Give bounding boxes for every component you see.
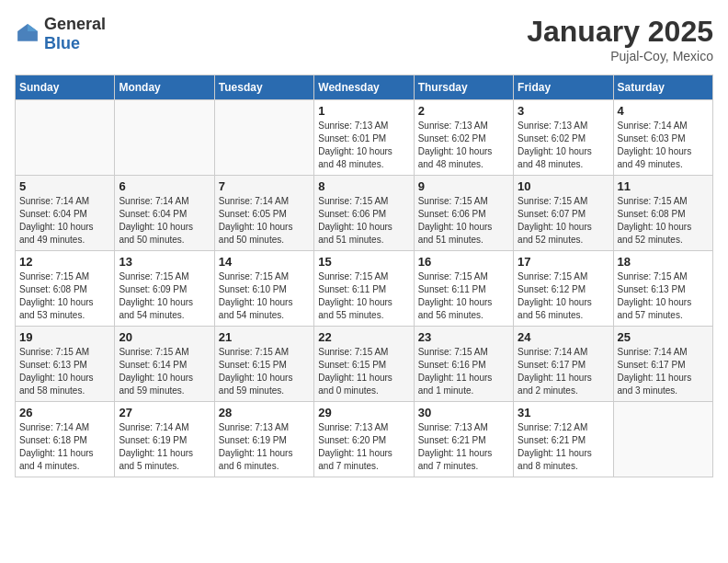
day-info: Sunrise: 7:14 AM Sunset: 6:04 PM Dayligh… [119,195,210,247]
calendar-cell: 3Sunrise: 7:13 AM Sunset: 6:02 PM Daylig… [514,100,613,176]
day-number: 26 [19,406,110,419]
logo: General Blue [15,15,106,53]
page-header: General Blue January 2025 Pujal-Coy, Mex… [15,15,713,63]
logo-blue: Blue [44,34,80,52]
day-number: 13 [119,255,210,269]
day-info: Sunrise: 7:15 AM Sunset: 6:16 PM Dayligh… [418,346,509,397]
weekday-header: Monday [115,75,214,100]
day-info: Sunrise: 7:14 AM Sunset: 6:05 PM Dayligh… [219,195,310,247]
day-number: 18 [618,255,709,269]
day-number: 1 [318,104,409,118]
day-number: 2 [418,104,509,118]
day-info: Sunrise: 7:12 AM Sunset: 6:21 PM Dayligh… [518,421,609,473]
calendar-cell [613,402,712,477]
day-info: Sunrise: 7:15 AM Sunset: 6:13 PM Dayligh… [618,270,709,322]
calendar-cell [214,100,313,176]
day-info: Sunrise: 7:14 AM Sunset: 6:03 PM Dayligh… [618,120,709,171]
day-number: 8 [318,179,409,193]
calendar-cell: 14Sunrise: 7:15 AM Sunset: 6:10 PM Dayli… [214,251,313,327]
calendar-cell: 28Sunrise: 7:13 AM Sunset: 6:19 PM Dayli… [214,402,313,477]
weekday-header: Sunday [16,75,115,100]
calendar-cell: 12Sunrise: 7:15 AM Sunset: 6:08 PM Dayli… [16,251,115,327]
calendar-week-row: 26Sunrise: 7:14 AM Sunset: 6:18 PM Dayli… [16,402,713,477]
day-info: Sunrise: 7:15 AM Sunset: 6:09 PM Dayligh… [119,270,210,322]
calendar-cell: 6Sunrise: 7:14 AM Sunset: 6:04 PM Daylig… [115,176,214,251]
title-block: January 2025 Pujal-Coy, Mexico [527,15,713,63]
calendar-cell: 8Sunrise: 7:15 AM Sunset: 6:06 PM Daylig… [314,176,414,251]
logo-text: General Blue [44,15,106,53]
day-number: 14 [219,255,310,269]
day-info: Sunrise: 7:15 AM Sunset: 6:15 PM Dayligh… [318,346,409,397]
day-number: 24 [518,330,609,344]
calendar-subtitle: Pujal-Coy, Mexico [527,49,713,63]
day-info: Sunrise: 7:13 AM Sunset: 6:20 PM Dayligh… [318,421,409,473]
weekday-header: Wednesday [314,75,414,100]
day-info: Sunrise: 7:14 AM Sunset: 6:19 PM Dayligh… [119,421,210,473]
calendar-cell: 22Sunrise: 7:15 AM Sunset: 6:15 PM Dayli… [314,327,414,402]
calendar-cell: 23Sunrise: 7:15 AM Sunset: 6:16 PM Dayli… [414,327,513,402]
calendar-cell: 31Sunrise: 7:12 AM Sunset: 6:21 PM Dayli… [514,402,613,477]
day-number: 10 [518,179,609,193]
weekday-header-row: SundayMondayTuesdayWednesdayThursdayFrid… [16,75,713,100]
weekday-header: Friday [514,75,613,100]
calendar-cell [16,100,115,176]
calendar-cell: 19Sunrise: 7:15 AM Sunset: 6:13 PM Dayli… [16,327,115,402]
calendar-cell: 15Sunrise: 7:15 AM Sunset: 6:11 PM Dayli… [314,251,414,327]
day-number: 9 [418,179,509,193]
day-number: 11 [618,179,709,193]
weekday-header: Tuesday [214,75,313,100]
day-number: 29 [318,406,409,419]
calendar-cell: 13Sunrise: 7:15 AM Sunset: 6:09 PM Dayli… [115,251,214,327]
calendar-week-row: 5Sunrise: 7:14 AM Sunset: 6:04 PM Daylig… [16,176,713,251]
day-info: Sunrise: 7:13 AM Sunset: 6:02 PM Dayligh… [518,120,609,171]
calendar-week-row: 1Sunrise: 7:13 AM Sunset: 6:01 PM Daylig… [16,100,713,176]
day-info: Sunrise: 7:15 AM Sunset: 6:06 PM Dayligh… [318,195,409,247]
logo-icon [15,21,40,47]
calendar-title: January 2025 [527,15,713,49]
calendar-cell: 20Sunrise: 7:15 AM Sunset: 6:14 PM Dayli… [115,327,214,402]
day-info: Sunrise: 7:14 AM Sunset: 6:17 PM Dayligh… [518,346,609,397]
day-number: 30 [418,406,509,419]
calendar-cell: 10Sunrise: 7:15 AM Sunset: 6:07 PM Dayli… [514,176,613,251]
day-info: Sunrise: 7:15 AM Sunset: 6:14 PM Dayligh… [119,346,210,397]
calendar-week-row: 19Sunrise: 7:15 AM Sunset: 6:13 PM Dayli… [16,327,713,402]
day-info: Sunrise: 7:15 AM Sunset: 6:07 PM Dayligh… [518,195,609,247]
weekday-header: Saturday [613,75,712,100]
day-number: 5 [19,179,110,193]
day-info: Sunrise: 7:14 AM Sunset: 6:17 PM Dayligh… [618,346,709,397]
day-number: 27 [119,406,210,419]
calendar-cell: 9Sunrise: 7:15 AM Sunset: 6:06 PM Daylig… [414,176,513,251]
calendar-cell: 30Sunrise: 7:13 AM Sunset: 6:21 PM Dayli… [414,402,513,477]
day-info: Sunrise: 7:15 AM Sunset: 6:11 PM Dayligh… [418,270,509,322]
calendar-cell: 27Sunrise: 7:14 AM Sunset: 6:19 PM Dayli… [115,402,214,477]
day-number: 22 [318,330,409,344]
day-number: 25 [618,330,709,344]
day-number: 15 [318,255,409,269]
calendar-cell: 18Sunrise: 7:15 AM Sunset: 6:13 PM Dayli… [613,251,712,327]
day-number: 12 [19,255,110,269]
calendar-cell: 4Sunrise: 7:14 AM Sunset: 6:03 PM Daylig… [613,100,712,176]
weekday-header: Thursday [414,75,513,100]
day-info: Sunrise: 7:15 AM Sunset: 6:10 PM Dayligh… [219,270,310,322]
day-info: Sunrise: 7:15 AM Sunset: 6:08 PM Dayligh… [19,270,110,322]
calendar-cell: 1Sunrise: 7:13 AM Sunset: 6:01 PM Daylig… [314,100,414,176]
day-number: 21 [219,330,310,344]
day-info: Sunrise: 7:15 AM Sunset: 6:12 PM Dayligh… [518,270,609,322]
day-number: 31 [518,406,609,419]
calendar-cell: 25Sunrise: 7:14 AM Sunset: 6:17 PM Dayli… [613,327,712,402]
day-info: Sunrise: 7:13 AM Sunset: 6:02 PM Dayligh… [418,120,509,171]
day-info: Sunrise: 7:15 AM Sunset: 6:15 PM Dayligh… [219,346,310,397]
day-number: 6 [119,179,210,193]
calendar-cell: 5Sunrise: 7:14 AM Sunset: 6:04 PM Daylig… [16,176,115,251]
day-info: Sunrise: 7:14 AM Sunset: 6:18 PM Dayligh… [19,421,110,473]
day-number: 3 [518,104,609,118]
calendar-cell: 2Sunrise: 7:13 AM Sunset: 6:02 PM Daylig… [414,100,513,176]
calendar-cell: 26Sunrise: 7:14 AM Sunset: 6:18 PM Dayli… [16,402,115,477]
day-number: 28 [219,406,310,419]
day-info: Sunrise: 7:14 AM Sunset: 6:04 PM Dayligh… [19,195,110,247]
day-info: Sunrise: 7:13 AM Sunset: 6:01 PM Dayligh… [318,120,409,171]
day-number: 19 [19,330,110,344]
logo-general: General [44,15,106,33]
day-info: Sunrise: 7:15 AM Sunset: 6:08 PM Dayligh… [618,195,709,247]
day-number: 20 [119,330,210,344]
